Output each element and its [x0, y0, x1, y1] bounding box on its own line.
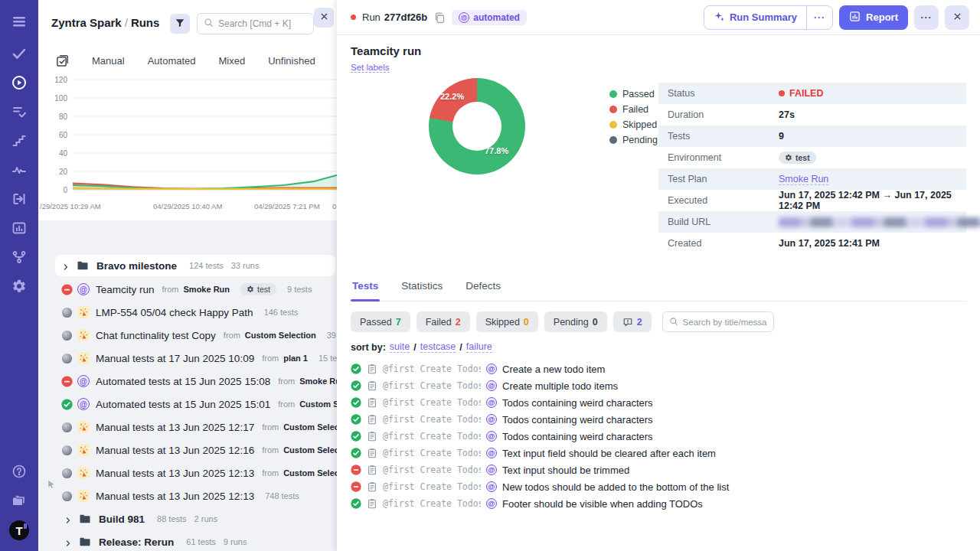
run-list-item[interactable]: @Teamcity runfromSmoke Runtest9 tests	[38, 278, 337, 301]
run-source: Smoke Run	[299, 377, 337, 386]
breadcrumb[interactable]: Zyntra Spark/Runs	[51, 16, 159, 29]
clipboard-icon	[367, 364, 377, 374]
test-title[interactable]: Text input field should be cleared after…	[502, 448, 716, 459]
close-detail-button[interactable]	[945, 5, 969, 30]
run-list-item[interactable]: LMP-554 05/04 check Happy Path146 tests	[38, 301, 337, 324]
legend-dot	[609, 90, 617, 98]
report-button[interactable]: Report	[839, 5, 908, 30]
run-list-item[interactable]: Manual tests at 13 Jun 2025 12:16fromCus…	[38, 439, 337, 461]
menu-icon[interactable]	[10, 12, 28, 31]
run-list-item[interactable]: Chat functinality test CopyfromCustom Se…	[38, 324, 337, 347]
test-row[interactable]: @first Create Todos...@Todos containing …	[351, 411, 966, 428]
search-input[interactable]	[218, 18, 307, 29]
sort-failure-link[interactable]: failure	[466, 341, 492, 353]
app-root: T Zyntra Spark/Runs Manual Automat	[0, 0, 980, 551]
play-circle-icon[interactable]	[10, 73, 28, 92]
automated-test-icon: @	[486, 414, 497, 425]
legend-item[interactable]: Failed	[609, 104, 658, 115]
breadcrumb-project[interactable]: Zyntra Spark	[51, 16, 122, 29]
help-icon[interactable]	[10, 462, 28, 481]
filter-failed-button[interactable]: Failed2	[416, 311, 470, 332]
chevron-right-icon[interactable]	[61, 261, 70, 270]
folder-row[interactable]: Build 98188 tests2 runs	[38, 507, 337, 530]
tab-statistics[interactable]: Statistics	[400, 279, 444, 301]
activity-icon[interactable]	[10, 161, 28, 179]
logo[interactable]: T	[9, 520, 29, 540]
tab-tests[interactable]: Tests	[351, 279, 380, 301]
run-list-item[interactable]: Manual tests at 13 Jun 2025 12:17fromCus…	[38, 416, 337, 439]
filter-count: 0	[524, 317, 529, 328]
from-label: from	[262, 422, 279, 432]
test-row[interactable]: @first Create Todos...@New todos should …	[351, 478, 966, 495]
test-title[interactable]: New todos should be added to the bottom …	[502, 481, 729, 493]
test-title[interactable]: Text input should be trimmed	[502, 465, 629, 476]
svg-text:0: 0	[63, 186, 67, 194]
tab-defects[interactable]: Defects	[464, 279, 502, 301]
tab-manual[interactable]: Manual	[92, 55, 125, 67]
set-labels-link[interactable]: Set labels	[351, 63, 390, 73]
steps-icon[interactable]	[10, 132, 28, 150]
filter-passed-button[interactable]: Passed7	[351, 311, 410, 332]
test-row[interactable]: @first Create Todos...@Todos containing …	[351, 428, 966, 445]
run-list-item[interactable]: Manual tests at 17 Jun 2025 10:09frompla…	[38, 347, 337, 370]
tab-mixed[interactable]: Mixed	[219, 55, 246, 67]
ellipsis-icon: ···	[921, 12, 933, 23]
legend-item[interactable]: Pending	[609, 135, 658, 145]
run-summary-more-icon[interactable]: ···	[806, 6, 832, 29]
test-title[interactable]: Footer should be visible when adding TOD…	[502, 498, 703, 510]
settings-icon[interactable]	[10, 277, 28, 295]
test-row[interactable]: @first Create Todos...@Create a new todo…	[351, 360, 966, 377]
test-search-input[interactable]	[683, 318, 767, 327]
run-list-item[interactable]: @Automated tests at 15 Jun 2025 15:08fro…	[38, 370, 337, 393]
select-all-icon[interactable]	[56, 54, 69, 67]
projects-icon[interactable]	[10, 491, 28, 510]
run-summary-label: Run Summary	[730, 11, 797, 23]
legend-item[interactable]: Passed	[609, 89, 658, 99]
run-tests-count: 9 tests	[287, 285, 312, 294]
test-status-passed-icon	[351, 431, 361, 442]
run-list-item[interactable]: Manual tests at 13 Jun 2025 12:13748 tes…	[38, 484, 337, 507]
test-row[interactable]: @first Create Todos...@Create multiple t…	[351, 377, 966, 394]
import-icon[interactable]	[10, 190, 28, 208]
blurred-build-url[interactable]	[779, 217, 980, 227]
runs-search[interactable]	[197, 13, 314, 34]
from-label: from	[262, 354, 279, 363]
test-title[interactable]: Todos containing weird characters	[502, 431, 653, 442]
tab-unfinished[interactable]: Unfinished	[268, 55, 315, 67]
folder-row[interactable]: Bravo milestone124 tests33 runs	[55, 255, 335, 276]
test-row[interactable]: @first Create Todos...@Text input should…	[351, 461, 966, 478]
legend-item[interactable]: Skipped	[609, 119, 658, 130]
test-row[interactable]: @first Create Todos...@Todos containing …	[351, 394, 966, 411]
filter-pending-button[interactable]: Pending0	[544, 311, 607, 332]
test-row[interactable]: @first Create Todos...@Text input field …	[351, 445, 966, 461]
run-list-item[interactable]: @Automated tests at 15 Jun 2025 15:01fro…	[38, 393, 337, 416]
bar-chart-icon[interactable]	[10, 219, 28, 237]
test-title[interactable]: Create multiple todo items	[502, 380, 618, 392]
chevron-right-icon[interactable]	[64, 514, 73, 523]
test-title[interactable]: Todos containing weird characters	[502, 397, 653, 409]
more-actions-button[interactable]: ···	[914, 5, 939, 30]
filter-comments-button[interactable]: 2	[613, 311, 652, 332]
sort-suite-link[interactable]: suite	[390, 341, 410, 353]
check-icon[interactable]	[10, 44, 28, 63]
copy-icon[interactable]	[433, 11, 446, 24]
folder-row[interactable]: Release: Rerun61 tests9 runs	[38, 530, 337, 551]
close-icon	[319, 11, 329, 24]
run-detail-header: Run 277df26b @ automated Run Summary ···	[337, 0, 980, 35]
filter-skipped-button[interactable]: Skipped0	[476, 311, 538, 332]
run-list-item[interactable]: Manual tests at 13 Jun 2025 12:13fromCus…	[38, 461, 337, 484]
test-search[interactable]	[662, 311, 774, 332]
test-row[interactable]: @first Create Todos...@Footer should be …	[351, 495, 966, 512]
chevron-right-icon[interactable]	[64, 537, 73, 546]
runs-filter-tabs: Manual Automated Mixed Unfinished Groups	[38, 47, 337, 73]
tab-automated[interactable]: Automated	[148, 55, 196, 67]
test-title[interactable]: Todos containing weird characters	[502, 414, 653, 425]
run-summary-button[interactable]: Run Summary ···	[704, 5, 833, 30]
sort-testcase-link[interactable]: testcase	[420, 341, 456, 353]
test-plan-link[interactable]: Smoke Run	[779, 174, 828, 185]
branch-icon[interactable]	[10, 248, 28, 266]
panel-close-button[interactable]	[314, 8, 334, 28]
filter-button[interactable]	[170, 14, 190, 34]
list-check-icon[interactable]	[10, 103, 28, 121]
test-title[interactable]: Create a new todo item	[502, 364, 605, 375]
